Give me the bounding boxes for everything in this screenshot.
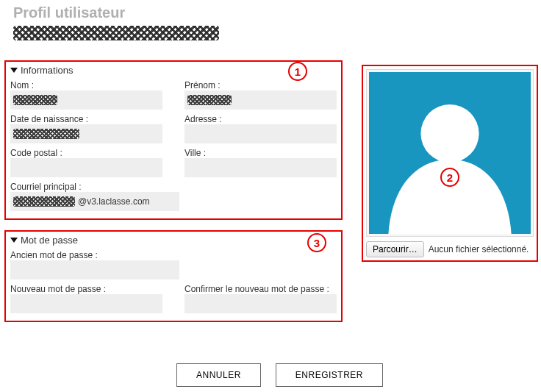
prenom-label: Prénom : (184, 80, 337, 90)
save-button[interactable]: ENREGISTRER (276, 363, 383, 387)
old-password-label: Ancien mot de passe : (10, 250, 337, 260)
cancel-button[interactable]: ANNULER (176, 363, 261, 387)
old-password-input[interactable] (10, 260, 179, 279)
chevron-down-icon (10, 238, 18, 243)
confirm-password-input[interactable] (184, 294, 337, 313)
redacted-dob (13, 129, 79, 139)
nom-label: Nom : (10, 80, 162, 90)
annotation-1: 1 (288, 62, 307, 81)
redacted-prenom (187, 95, 232, 105)
ville-input[interactable] (184, 158, 337, 177)
dob-label: Date de naissance : (10, 114, 162, 124)
avatar-panel: 2 Parcourir… Aucun fichier sélectionné. (362, 65, 538, 262)
cp-label: Code postal : (10, 148, 162, 158)
ville-label: Ville : (184, 148, 337, 158)
email-label: Courriel principal : (10, 182, 337, 192)
informations-panel: 1 Informations Nom : Prénom : D (4, 60, 343, 220)
confirm-password-label: Confirmer le nouveau mot de passe : (184, 284, 337, 294)
adresse-input[interactable] (184, 124, 337, 143)
annotation-3: 3 (307, 233, 326, 252)
cp-input[interactable] (10, 158, 162, 177)
no-file-selected-text: Aucun fichier sélectionné. (429, 244, 529, 254)
svg-point-1 (420, 104, 479, 163)
informations-header-label: Informations (21, 65, 74, 76)
redacted-nom (13, 95, 57, 105)
redacted-user-name (13, 26, 219, 40)
new-password-input[interactable] (10, 294, 162, 313)
browse-button[interactable]: Parcourir… (366, 241, 424, 257)
new-password-label: Nouveau mot de passe : (10, 284, 162, 294)
page-title: Profil utilisateur (13, 4, 541, 21)
adresse-label: Adresse : (184, 114, 337, 124)
avatar-frame: 2 (366, 69, 534, 237)
annotation-2: 2 (440, 168, 459, 187)
avatar-placeholder-image: 2 (369, 72, 531, 234)
password-header[interactable]: Mot de passe (10, 235, 337, 246)
chevron-down-icon (10, 68, 18, 73)
password-panel: 3 Mot de passe Ancien mot de passe : Nou… (4, 230, 343, 322)
user-display-name (13, 23, 541, 43)
redacted-email-prefix (13, 196, 75, 207)
password-header-label: Mot de passe (21, 235, 78, 246)
